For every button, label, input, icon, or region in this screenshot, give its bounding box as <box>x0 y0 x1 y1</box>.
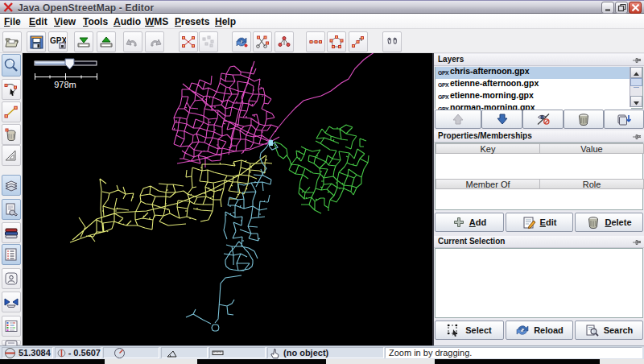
svg-text:978m: 978m <box>54 80 76 89</box>
